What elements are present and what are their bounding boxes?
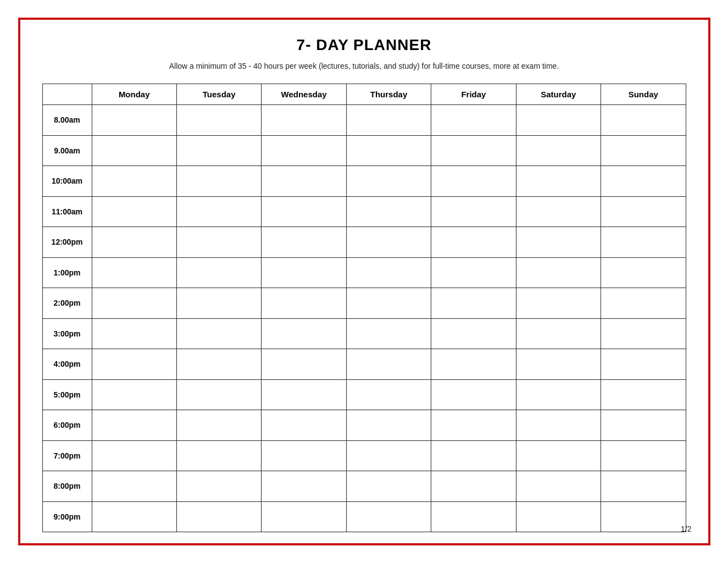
- planner-cell[interactable]: [262, 349, 346, 380]
- planner-cell[interactable]: [601, 410, 686, 441]
- planner-cell[interactable]: [431, 410, 516, 441]
- planner-cell[interactable]: [431, 166, 516, 197]
- planner-cell[interactable]: [601, 501, 686, 532]
- planner-cell[interactable]: [346, 105, 431, 136]
- planner-cell[interactable]: [516, 379, 601, 410]
- planner-cell[interactable]: [92, 105, 176, 136]
- planner-cell[interactable]: [601, 440, 686, 471]
- planner-cell[interactable]: [601, 379, 686, 410]
- planner-cell[interactable]: [431, 440, 516, 471]
- planner-cell[interactable]: [431, 379, 516, 410]
- planner-cell[interactable]: [176, 135, 261, 166]
- planner-cell[interactable]: [176, 318, 261, 349]
- table-row: 5:00pm: [42, 379, 686, 410]
- planner-cell[interactable]: [92, 227, 176, 258]
- planner-cell[interactable]: [346, 471, 431, 502]
- planner-cell[interactable]: [262, 288, 346, 319]
- planner-cell[interactable]: [92, 501, 176, 532]
- planner-cell[interactable]: [516, 135, 601, 166]
- planner-cell[interactable]: [431, 471, 516, 502]
- planner-cell[interactable]: [262, 501, 346, 532]
- planner-cell[interactable]: [601, 135, 686, 166]
- planner-cell[interactable]: [346, 257, 431, 288]
- planner-cell[interactable]: [601, 288, 686, 319]
- planner-cell[interactable]: [601, 318, 686, 349]
- planner-cell[interactable]: [262, 379, 346, 410]
- planner-cell[interactable]: [346, 379, 431, 410]
- planner-cell[interactable]: [601, 196, 686, 227]
- planner-cell[interactable]: [346, 288, 431, 319]
- planner-cell[interactable]: [262, 135, 346, 166]
- planner-cell[interactable]: [346, 135, 431, 166]
- planner-cell[interactable]: [176, 288, 261, 319]
- planner-cell[interactable]: [176, 349, 261, 380]
- planner-cell[interactable]: [176, 501, 261, 532]
- planner-cell[interactable]: [346, 440, 431, 471]
- planner-cell[interactable]: [516, 471, 601, 502]
- planner-cell[interactable]: [601, 166, 686, 197]
- planner-cell[interactable]: [346, 196, 431, 227]
- planner-cell[interactable]: [431, 257, 516, 288]
- planner-cell[interactable]: [92, 288, 176, 319]
- planner-cell[interactable]: [92, 410, 176, 441]
- planner-cell[interactable]: [176, 196, 261, 227]
- planner-cell[interactable]: [601, 471, 686, 502]
- planner-cell[interactable]: [601, 257, 686, 288]
- planner-cell[interactable]: [346, 410, 431, 441]
- planner-cell[interactable]: [516, 227, 601, 258]
- planner-cell[interactable]: [176, 410, 261, 441]
- planner-cell[interactable]: [516, 440, 601, 471]
- table-row: 3:00pm: [42, 318, 686, 349]
- planner-cell[interactable]: [176, 440, 261, 471]
- planner-cell[interactable]: [92, 471, 176, 502]
- planner-cell[interactable]: [176, 166, 261, 197]
- planner-cell[interactable]: [262, 471, 346, 502]
- planner-cell[interactable]: [516, 288, 601, 319]
- planner-cell[interactable]: [516, 257, 601, 288]
- planner-cell[interactable]: [262, 196, 346, 227]
- planner-cell[interactable]: [92, 135, 176, 166]
- planner-cell[interactable]: [176, 257, 261, 288]
- planner-cell[interactable]: [601, 227, 686, 258]
- planner-cell[interactable]: [92, 257, 176, 288]
- planner-cell[interactable]: [431, 318, 516, 349]
- planner-cell[interactable]: [262, 166, 346, 197]
- planner-cell[interactable]: [431, 288, 516, 319]
- planner-cell[interactable]: [431, 227, 516, 258]
- planner-cell[interactable]: [176, 227, 261, 258]
- planner-cell[interactable]: [516, 349, 601, 380]
- planner-cell[interactable]: [601, 349, 686, 380]
- planner-cell[interactable]: [431, 196, 516, 227]
- planner-cell[interactable]: [516, 196, 601, 227]
- planner-cell[interactable]: [176, 379, 261, 410]
- planner-cell[interactable]: [262, 440, 346, 471]
- planner-cell[interactable]: [346, 318, 431, 349]
- planner-cell[interactable]: [92, 349, 176, 380]
- planner-cell[interactable]: [516, 318, 601, 349]
- planner-cell[interactable]: [92, 318, 176, 349]
- planner-cell[interactable]: [262, 410, 346, 441]
- planner-cell[interactable]: [601, 105, 686, 136]
- planner-cell[interactable]: [92, 440, 176, 471]
- planner-cell[interactable]: [431, 105, 516, 136]
- planner-cell[interactable]: [346, 501, 431, 532]
- planner-cell[interactable]: [346, 227, 431, 258]
- planner-cell[interactable]: [516, 166, 601, 197]
- planner-cell[interactable]: [516, 410, 601, 441]
- planner-cell[interactable]: [92, 166, 176, 197]
- planner-cell[interactable]: [346, 166, 431, 197]
- planner-cell[interactable]: [516, 501, 601, 532]
- planner-cell[interactable]: [176, 105, 261, 136]
- planner-cell[interactable]: [431, 135, 516, 166]
- planner-cell[interactable]: [262, 227, 346, 258]
- planner-cell[interactable]: [262, 257, 346, 288]
- planner-cell[interactable]: [92, 196, 176, 227]
- planner-cell[interactable]: [431, 349, 516, 380]
- planner-cell[interactable]: [516, 105, 601, 136]
- planner-cell[interactable]: [262, 318, 346, 349]
- planner-cell[interactable]: [92, 379, 176, 410]
- planner-cell[interactable]: [346, 349, 431, 380]
- planner-cell[interactable]: [262, 105, 346, 136]
- planner-cell[interactable]: [176, 471, 261, 502]
- planner-cell[interactable]: [431, 501, 516, 532]
